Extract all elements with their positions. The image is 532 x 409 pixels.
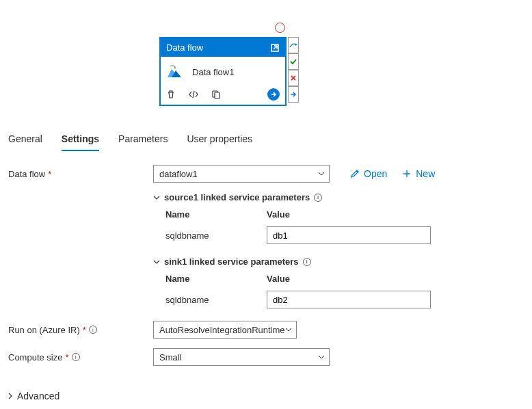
dataflow-select[interactable]: dataflow1 [153, 165, 330, 183]
info-icon[interactable]: i [72, 353, 80, 361]
sink-params-block: sink1 linked service parameters i Name V… [153, 256, 524, 308]
tab-parameters[interactable]: Parameters [118, 133, 168, 151]
delete-icon[interactable] [166, 90, 176, 99]
info-icon[interactable]: i [314, 194, 322, 202]
advanced-toggle[interactable]: Advanced [0, 384, 532, 408]
runon-label: Run on (Azure IR) * i [8, 325, 153, 335]
copy-icon[interactable] [211, 90, 221, 99]
source-col-value: Value [267, 209, 290, 220]
on-fail-handle[interactable] [288, 70, 299, 86]
new-button[interactable]: New [402, 168, 435, 179]
sink-col-name: Name [153, 274, 267, 284]
sink-col-value: Value [267, 274, 290, 284]
chevron-down-icon [285, 328, 292, 332]
dataflow-label: Data flow * [8, 169, 153, 179]
tab-bar: General Settings Parameters User propert… [0, 127, 532, 151]
source-col-name: Name [153, 209, 267, 220]
on-success-handle[interactable] [288, 53, 299, 70]
settings-form: Data flow * dataflow1 Open New source1 l… [0, 151, 532, 384]
dataflow-icon [166, 64, 185, 80]
info-icon[interactable]: i [303, 258, 311, 266]
dataflow-activity-card[interactable]: Data flow Data flow1 [159, 37, 287, 106]
arrow-right-circle-icon[interactable] [267, 88, 280, 101]
info-icon[interactable]: i [89, 326, 97, 334]
tab-general[interactable]: General [8, 133, 42, 151]
plus-icon [402, 169, 412, 179]
open-button[interactable]: Open [350, 168, 387, 179]
compute-label: Compute size * i [8, 352, 153, 362]
tab-settings[interactable]: Settings [62, 133, 99, 151]
activity-body: Data flow1 [161, 57, 285, 84]
annotation-circle [275, 23, 285, 33]
svg-rect-2 [215, 92, 220, 98]
activity-footer [161, 84, 285, 105]
sink-params-header[interactable]: sink1 linked service parameters i [153, 256, 524, 267]
runon-select[interactable]: AutoResolveIntegrationRuntime [153, 321, 297, 339]
source-param-value-input[interactable] [267, 226, 431, 244]
sink-param-name: sqldbname [153, 295, 267, 305]
compute-select[interactable]: Small [153, 348, 330, 366]
chevron-right-icon [8, 393, 13, 399]
source-param-name: sqldbname [153, 230, 267, 241]
chevron-down-icon [318, 355, 325, 359]
chevron-down-icon [153, 196, 160, 200]
tab-user-properties[interactable]: User properties [187, 133, 252, 151]
source-params-block: source1 linked service parameters i Name… [153, 192, 524, 244]
activity-name[interactable]: Data flow1 [192, 67, 234, 77]
pipeline-canvas: Data flow Data flow1 [0, 0, 532, 127]
activity-type-label: Data flow [166, 42, 203, 53]
activity-header: Data flow [161, 38, 285, 57]
chevron-down-icon [153, 260, 160, 264]
activity-status-handles [288, 37, 300, 103]
pencil-icon [350, 169, 360, 179]
on-skip-handle[interactable] [288, 37, 299, 53]
popout-icon[interactable] [270, 43, 280, 53]
code-icon[interactable] [188, 90, 199, 99]
chevron-down-icon [318, 172, 325, 176]
source-params-header[interactable]: source1 linked service parameters i [153, 192, 524, 202]
sink-param-value-input[interactable] [267, 291, 431, 308]
on-completion-handle[interactable] [288, 86, 299, 103]
